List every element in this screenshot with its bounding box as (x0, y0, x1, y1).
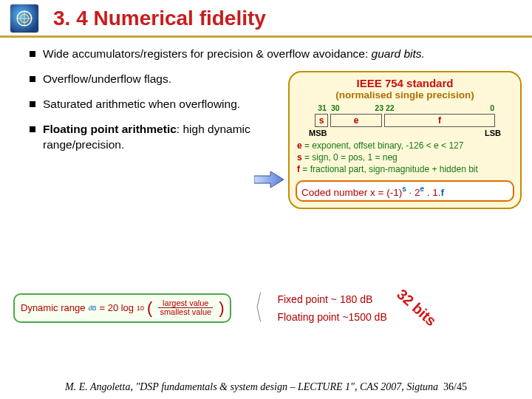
brace-icon: 〈 (246, 293, 263, 323)
bitfield-s: s (315, 114, 328, 127)
svg-marker-4 (254, 171, 284, 188)
legend-f: f = fractional part, sign-magnitude + hi… (297, 163, 513, 175)
bitfield-f: f (384, 114, 495, 127)
lparen-icon: ( (147, 301, 152, 316)
bullet-4: Floating point arithmetic: high dynamic … (30, 122, 273, 151)
bit-fields-row: s e f (296, 114, 514, 127)
arrow-icon (254, 171, 284, 188)
bit-numbers-row: 31 30 23 22 0 (296, 103, 514, 112)
page-number: 36/45 (443, 381, 467, 392)
bullet-3: Saturated arithmetic when overflowing. (30, 97, 273, 112)
bitnum-31: 31 (316, 103, 329, 112)
dr-den: smallest value (158, 308, 213, 317)
dynamic-range-row: Dynamic rangedB = 20 log10 ( largest val… (13, 293, 519, 323)
footer: M. E. Angoletta, "DSP fundamentals & sys… (0, 381, 532, 393)
footer-citation: M. E. Angoletta, "DSP fundamentals & sys… (65, 381, 438, 392)
ieee-legend: e = exponent, offset binary, -126 < e < … (296, 140, 514, 176)
bitnum-22: 22 (386, 103, 403, 112)
bullet-1-guard: guard bits. (372, 47, 425, 60)
ieee-title: IEEE 754 standard (296, 77, 514, 89)
title-bar: 3. 4 Numerical fidelity (0, 0, 532, 38)
dr-fraction: largest value smallest value (155, 298, 216, 318)
msb-label: MSB (309, 129, 327, 137)
bits-32-label: 32 bits (393, 286, 439, 330)
dr-eq: = 20 log (99, 302, 134, 313)
lsb-label: LSB (485, 129, 501, 137)
dr-num: largest value (161, 299, 210, 308)
dynamic-range-formula: Dynamic rangedB = 20 log10 ( largest val… (13, 293, 231, 323)
rparen-icon: ) (219, 301, 224, 316)
org-logo-icon (10, 4, 38, 33)
dr-ten: 10 (137, 304, 144, 312)
msb-lsb-row: MSB LSB (296, 129, 514, 140)
legend-e: e = exponent, offset binary, -126 < e < … (297, 140, 513, 151)
dr-db: dB (88, 304, 96, 312)
bitnum-30: 30 (331, 103, 347, 112)
bitnum-23: 23 (349, 103, 383, 112)
slide-title: 3. 4 Numerical fidelity (53, 7, 266, 30)
ieee-subtitle: (normalised single precision) (296, 89, 514, 100)
bitfield-e: e (330, 114, 382, 127)
coded-formula: Coded number x = (-1)s · 2e . 1.f (296, 180, 514, 202)
bullet-1: Wide accumulators/registers for precisio… (30, 47, 510, 61)
dr-label: Dynamic range (21, 302, 85, 313)
floating-point-value: Floating point ~1500 dB (277, 311, 386, 323)
bullet-4-label: Floating point arithmetic (43, 123, 177, 135)
range-values: Fixed point ~ 180 dB Floating point ~150… (277, 293, 386, 323)
ieee-panel: IEEE 754 standard (normalised single pre… (288, 71, 522, 209)
bitnum-0: 0 (406, 103, 494, 112)
bullet-1-text: Wide accumulators/registers for precisio… (43, 47, 372, 60)
fixed-point-value: Fixed point ~ 180 dB (277, 293, 386, 305)
bullet-2: Overflow/underflow flags. (30, 72, 273, 86)
legend-s: s = sign, 0 = pos, 1 = neg (297, 151, 513, 163)
